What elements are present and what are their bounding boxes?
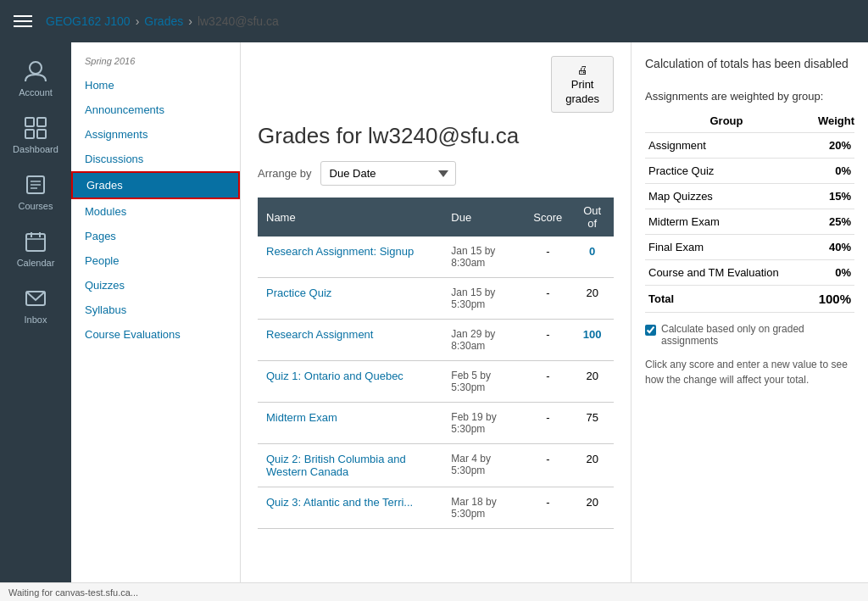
breadcrumb-sep2: › (188, 14, 192, 28)
arrange-by-row: Arrange by Due Date Title Module (258, 161, 614, 186)
weight-group-finalexam: Final Exam (645, 234, 808, 259)
sidebar-item-syllabus[interactable]: Syllabus (71, 298, 240, 322)
grade-name-link[interactable]: Midterm Exam (266, 411, 337, 424)
grade-row-score[interactable]: - (525, 403, 570, 444)
grade-name-link[interactable]: Quiz 3: Atlantic and the Terri... (266, 496, 413, 509)
main-content: 🖨 Print grades Grades for lw3240@sfu.ca … (241, 42, 631, 582)
grade-row-outof: 100 (570, 320, 614, 361)
arrange-label: Arrange by (258, 167, 312, 180)
left-nav: Account Dashboard (0, 42, 71, 582)
grade-row-name: Practice Quiz (258, 278, 442, 320)
status-bar: Waiting for canvas-test.sfu.ca... (0, 582, 868, 601)
breadcrumb-sep1: › (136, 14, 140, 28)
dashboard-icon (22, 114, 49, 142)
weight-group-mapquizzes: Map Quizzes (645, 183, 808, 209)
grade-name-link[interactable]: Research Assignment: Signup (266, 245, 414, 258)
sidebar-item-home[interactable]: Home (71, 73, 240, 97)
print-grades-button[interactable]: 🖨 Print grades (551, 56, 614, 113)
grade-row-score[interactable]: - (525, 487, 570, 529)
calc-checkbox-row: Calculate based only on graded assignmen… (645, 323, 854, 347)
nav-label-account: Account (19, 87, 53, 97)
table-row: Midterm ExamFeb 19 by 5:30pm-75 (258, 403, 614, 444)
col-header-due: Due (442, 198, 525, 237)
weight-total-pct: 100% (808, 285, 854, 312)
svg-point-0 (30, 62, 42, 74)
weight-row-midterm: Midterm Exam 25% (645, 209, 854, 234)
sidebar-item-pages[interactable]: Pages (71, 224, 240, 248)
courses-icon (22, 171, 49, 198)
table-row: Research AssignmentJan 29 by 8:30am-100 (258, 320, 614, 361)
grade-row-due: Jan 15 by 5:30pm (442, 278, 525, 320)
weight-row-mapquizzes: Map Quizzes 15% (645, 183, 854, 209)
sidebar-item-quizzes[interactable]: Quizzes (71, 273, 240, 298)
grade-row-name: Quiz 1: Ontario and Quebec (258, 361, 442, 403)
grade-row-score[interactable]: - (525, 444, 570, 487)
calc-checkbox-label: Calculate based only on graded assignmen… (661, 323, 854, 347)
weight-row-practicequiz: Practice Quiz 0% (645, 158, 854, 183)
col-header-name: Name (258, 198, 442, 237)
grade-row-outof: 20 (570, 487, 614, 529)
inbox-icon (22, 285, 49, 312)
grade-row-due: Feb 19 by 5:30pm (442, 403, 525, 444)
sidebar-item-discussions[interactable]: Discussions (71, 147, 240, 171)
table-row: Quiz 2: British Columbia and Western Can… (258, 444, 614, 487)
sidebar-item-announcements[interactable]: Announcements (71, 97, 240, 122)
grade-row-name: Research Assignment: Signup (258, 237, 442, 278)
weight-pct-courseeval: 0% (808, 259, 854, 285)
nav-item-dashboard[interactable]: Dashboard (0, 106, 71, 163)
account-icon (22, 58, 49, 85)
sidebar-item-people[interactable]: People (71, 248, 240, 273)
svg-rect-2 (37, 118, 46, 126)
weight-row-total: Total 100% (645, 285, 854, 312)
top-content-row: 🖨 Print grades (258, 56, 614, 113)
weighted-title: Assignments are weighted by group: (645, 90, 854, 103)
grade-row-due: Feb 5 by 5:30pm (442, 361, 525, 403)
weight-group-midterm: Midterm Exam (645, 209, 808, 234)
nav-label-courses: Courses (19, 201, 53, 211)
grade-row-outof: 75 (570, 403, 614, 444)
grades-table: Name Due Score Out of Research Assignmen… (258, 198, 614, 529)
svg-rect-9 (26, 234, 45, 251)
calc-checkbox[interactable] (645, 325, 656, 336)
nav-item-courses[interactable]: Courses (0, 163, 71, 220)
sidebar-item-course-evals[interactable]: Course Evaluations (71, 322, 240, 347)
arrange-by-select[interactable]: Due Date Title Module (320, 161, 456, 186)
weight-group-assignment: Assignment (645, 132, 808, 158)
weight-group-courseeval: Course and TM Evaluation (645, 259, 808, 285)
nav-item-inbox[interactable]: Inbox (0, 276, 71, 333)
hamburger-menu[interactable] (14, 15, 32, 27)
table-row: Quiz 3: Atlantic and the Terri...Mar 18 … (258, 487, 614, 529)
sidebar-item-modules[interactable]: Modules (71, 199, 240, 224)
status-bar-text: Waiting for canvas-test.sfu.ca... (8, 587, 138, 598)
grade-name-link[interactable]: Quiz 2: British Columbia and Western Can… (266, 453, 406, 478)
col-header-outof: Out of (570, 198, 614, 237)
grade-row-score[interactable]: - (525, 320, 570, 361)
top-bar: GEOG162 J100 › Grades › lw3240@sfu.ca (0, 0, 868, 42)
grade-name-link[interactable]: Research Assignment (266, 328, 373, 341)
weight-col-group: Group (645, 111, 808, 133)
grade-row-due: Jan 15 by 8:30am (442, 237, 525, 278)
breadcrumb-user: lw3240@sfu.ca (198, 14, 279, 28)
nav-item-calendar[interactable]: Calendar (0, 220, 71, 276)
grade-name-link[interactable]: Practice Quiz (266, 287, 331, 299)
weight-row-assignment: Assignment 20% (645, 132, 854, 158)
grade-name-link[interactable]: Quiz 1: Ontario and Quebec (266, 370, 403, 382)
grade-row-due: Mar 18 by 5:30pm (442, 487, 525, 529)
grade-row-score[interactable]: - (525, 278, 570, 320)
weight-pct-assignment: 20% (808, 132, 854, 158)
breadcrumb-course[interactable]: GEOG162 J100 (46, 14, 131, 28)
sidebar-item-grades[interactable]: Grades (71, 171, 240, 199)
weight-row-finalexam: Final Exam 40% (645, 234, 854, 259)
grade-row-score[interactable]: - (525, 361, 570, 403)
weight-pct-practicequiz: 0% (808, 158, 854, 183)
calc-disabled-notice: Calculation of totals has been disabled (645, 56, 854, 73)
grade-row-score[interactable]: - (525, 237, 570, 278)
nav-label-dashboard: Dashboard (13, 144, 58, 154)
grade-row-name: Quiz 2: British Columbia and Western Can… (258, 444, 442, 487)
course-term-label: Spring 2016 (71, 53, 240, 73)
weight-col-weight: Weight (808, 111, 854, 133)
breadcrumb-grades[interactable]: Grades (144, 14, 183, 28)
weight-pct-midterm: 25% (808, 209, 854, 234)
sidebar-item-assignments[interactable]: Assignments (71, 122, 240, 147)
nav-item-account[interactable]: Account (0, 49, 71, 106)
